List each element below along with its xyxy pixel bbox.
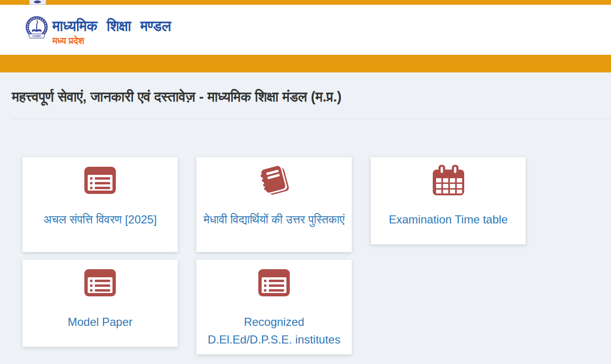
book-icon	[196, 165, 352, 195]
card-label: Recognized D.El.Ed/D.P.S.E. institutes	[203, 313, 345, 348]
card-model-paper[interactable]: Model Paper	[22, 260, 178, 347]
page-title: महत्त्वपूर्ण सेवाएं, जानकारी एवं दस्तावे…	[12, 87, 598, 107]
site-header: मध्यप्रदेश माध्यमिक शिक्षा मण्डल मध्य प्…	[0, 5, 611, 55]
calendar-icon	[371, 165, 526, 195]
list-alt-icon	[22, 267, 178, 298]
card-answer-books[interactable]: मेधावी विद्यार्थियों की उत्तर पुस्तिकाएं	[196, 157, 352, 252]
card-property-details[interactable]: अचल संपत्ति विवरण [2025]	[22, 157, 178, 252]
org-name: माध्यमिक शिक्षा मण्डल	[52, 18, 171, 34]
card-label: Examination Time table	[377, 211, 519, 228]
card-label: मेधावी विद्यार्थियों की उत्तर पुस्तिकाएं	[203, 211, 345, 228]
card-label: अचल संपत्ति विवरण [2025]	[29, 211, 171, 228]
brand-block: माध्यमिक शिक्षा मण्डल मध्य प्रदेश	[52, 18, 171, 46]
title-divider	[12, 119, 611, 119]
org-region: मध्य प्रदेश	[52, 35, 171, 46]
orange-nav-band	[0, 55, 611, 72]
card-recognized-institutes[interactable]: Recognized D.El.Ed/D.P.S.E. institutes	[196, 260, 352, 354]
card-label: Model Paper	[29, 313, 171, 331]
list-alt-icon	[22, 165, 178, 195]
mp-board-emblem-icon: मध्यप्रदेश	[25, 16, 48, 40]
card-exam-timetable[interactable]: Examination Time table	[371, 157, 526, 244]
emblem-banner-text: मध्यप्रदेश	[32, 34, 41, 38]
list-alt-icon	[196, 267, 352, 298]
top-orange-strip	[0, 0, 611, 5]
emblem-fragment-icon	[29, 0, 46, 5]
